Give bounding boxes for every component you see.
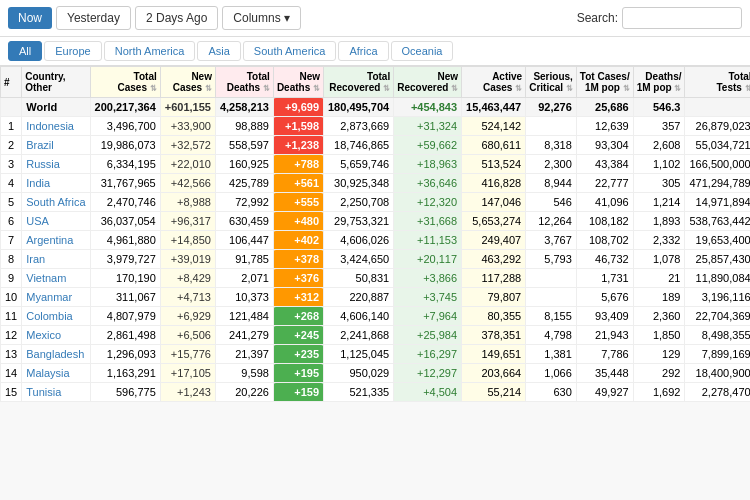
- cell-6-2: 4,961,880: [90, 231, 160, 250]
- cell-13-1[interactable]: Malaysia: [22, 364, 90, 383]
- cell-9-7: +3,745: [394, 288, 462, 307]
- cell-5-12: 538,763,442: [685, 212, 750, 231]
- table-row: 7Argentina4,961,880+14,850106,447+4024,6…: [1, 231, 751, 250]
- col-header-2[interactable]: TotalCases ⇅: [90, 67, 160, 98]
- cell-11-2: 2,861,498: [90, 326, 160, 345]
- cell-3-6: 30,925,348: [324, 174, 394, 193]
- cell-6-1[interactable]: Argentina: [22, 231, 90, 250]
- table-row: 14Malaysia1,163,291+17,1059,598+195950,0…: [1, 364, 751, 383]
- cell-9-2: 311,067: [90, 288, 160, 307]
- cell-14-4: 20,226: [215, 383, 273, 402]
- cell-12-12: 7,899,169: [685, 345, 750, 364]
- region-btn-north-america[interactable]: North America: [104, 41, 196, 61]
- cell-7-12: 25,857,430: [685, 250, 750, 269]
- region-btn-asia[interactable]: Asia: [197, 41, 240, 61]
- cell-11-9: 4,798: [526, 326, 577, 345]
- cell-5-8: 5,653,274: [462, 212, 526, 231]
- cell-13-2: 1,163,291: [90, 364, 160, 383]
- cell-5-1[interactable]: USA: [22, 212, 90, 231]
- world-cell-10: 25,686: [576, 98, 633, 117]
- cell-10-7: +7,964: [394, 307, 462, 326]
- world-cell-1: World: [22, 98, 90, 117]
- cell-6-11: 2,332: [633, 231, 685, 250]
- cell-11-1[interactable]: Mexico: [22, 326, 90, 345]
- cell-13-10: 35,448: [576, 364, 633, 383]
- cell-4-8: 147,046: [462, 193, 526, 212]
- cell-11-11: 1,850: [633, 326, 685, 345]
- col-header-9[interactable]: Serious,Critical ⇅: [526, 67, 577, 98]
- world-row: World200,217,364+601,1554,258,213+9,6991…: [1, 98, 751, 117]
- cell-9-1[interactable]: Myanmar: [22, 288, 90, 307]
- col-header-8[interactable]: ActiveCases ⇅: [462, 67, 526, 98]
- cell-14-1[interactable]: Tunisia: [22, 383, 90, 402]
- cell-0-3: +33,900: [160, 117, 215, 136]
- cell-0-0: 1: [1, 117, 22, 136]
- yesterday-button[interactable]: Yesterday: [56, 6, 131, 30]
- world-cell-6: 180,495,704: [324, 98, 394, 117]
- cell-8-7: +3,866: [394, 269, 462, 288]
- col-header-4[interactable]: TotalDeaths ⇅: [215, 67, 273, 98]
- cell-3-4: 425,789: [215, 174, 273, 193]
- region-btn-africa[interactable]: Africa: [338, 41, 388, 61]
- cell-13-3: +17,105: [160, 364, 215, 383]
- cell-10-1[interactable]: Colombia: [22, 307, 90, 326]
- cell-7-5: +378: [273, 250, 323, 269]
- col-header-3[interactable]: NewCases ⇅: [160, 67, 215, 98]
- cell-8-1[interactable]: Vietnam: [22, 269, 90, 288]
- cell-6-9: 3,767: [526, 231, 577, 250]
- cell-13-11: 292: [633, 364, 685, 383]
- cell-0-7: +31,324: [394, 117, 462, 136]
- top-bar: Now Yesterday 2 Days Ago Columns ▾ Searc…: [0, 0, 750, 37]
- region-btn-south-america[interactable]: South America: [243, 41, 337, 61]
- cell-6-5: +402: [273, 231, 323, 250]
- cell-0-1[interactable]: Indonesia: [22, 117, 90, 136]
- cell-11-3: +6,506: [160, 326, 215, 345]
- cell-8-2: 170,190: [90, 269, 160, 288]
- cell-12-11: 129: [633, 345, 685, 364]
- cell-2-4: 160,925: [215, 155, 273, 174]
- cell-11-8: 378,351: [462, 326, 526, 345]
- cell-9-4: 10,373: [215, 288, 273, 307]
- cell-1-5: +1,238: [273, 136, 323, 155]
- cell-10-8: 80,355: [462, 307, 526, 326]
- cell-7-3: +39,019: [160, 250, 215, 269]
- search-input[interactable]: [622, 7, 742, 29]
- col-header-1[interactable]: Country,Other: [22, 67, 90, 98]
- now-button[interactable]: Now: [8, 7, 52, 29]
- cell-11-10: 21,943: [576, 326, 633, 345]
- region-btn-europe[interactable]: Europe: [44, 41, 101, 61]
- cell-2-7: +18,963: [394, 155, 462, 174]
- cell-4-5: +555: [273, 193, 323, 212]
- cell-0-9: [526, 117, 577, 136]
- cell-3-1[interactable]: India: [22, 174, 90, 193]
- cell-0-8: 524,142: [462, 117, 526, 136]
- col-header-11[interactable]: Deaths/1M pop ⇅: [633, 67, 685, 98]
- col-header-7[interactable]: NewRecovered ⇅: [394, 67, 462, 98]
- cell-7-0: 8: [1, 250, 22, 269]
- region-btn-all[interactable]: All: [8, 41, 42, 61]
- col-header-5[interactable]: NewDeaths ⇅: [273, 67, 323, 98]
- cell-7-1[interactable]: Iran: [22, 250, 90, 269]
- cell-14-12: 2,278,470: [685, 383, 750, 402]
- col-header-12[interactable]: TotalTests ⇅: [685, 67, 750, 98]
- table-row: 11Colombia4,807,979+6,929121,484+2684,60…: [1, 307, 751, 326]
- cell-8-5: +376: [273, 269, 323, 288]
- columns-button[interactable]: Columns ▾: [222, 6, 301, 30]
- cell-3-5: +561: [273, 174, 323, 193]
- region-btn-oceania[interactable]: Oceania: [391, 41, 454, 61]
- cell-7-8: 463,292: [462, 250, 526, 269]
- col-header-0[interactable]: #: [1, 67, 22, 98]
- cell-12-5: +235: [273, 345, 323, 364]
- cell-7-9: 5,793: [526, 250, 577, 269]
- cell-12-1[interactable]: Bangladesh: [22, 345, 90, 364]
- cell-3-11: 305: [633, 174, 685, 193]
- col-header-6[interactable]: TotalRecovered ⇅: [324, 67, 394, 98]
- cell-4-1[interactable]: South Africa: [22, 193, 90, 212]
- cell-10-3: +6,929: [160, 307, 215, 326]
- col-header-10[interactable]: Tot Cases/1M pop ⇅: [576, 67, 633, 98]
- cell-1-1[interactable]: Brazil: [22, 136, 90, 155]
- two-days-button[interactable]: 2 Days Ago: [135, 6, 218, 30]
- cell-7-6: 3,424,650: [324, 250, 394, 269]
- cell-2-1[interactable]: Russia: [22, 155, 90, 174]
- cell-3-10: 22,777: [576, 174, 633, 193]
